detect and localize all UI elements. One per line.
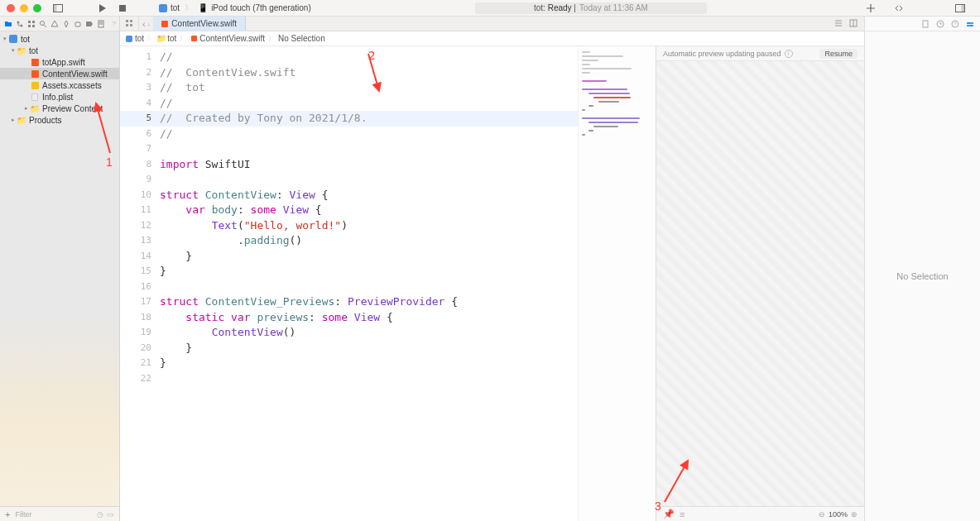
tree-products[interactable]: ▸ 📁 Products	[0, 114, 119, 126]
code-line[interactable]: 15}	[120, 264, 578, 280]
code-line[interactable]: 9	[120, 172, 578, 188]
history-inspector-tab[interactable]	[935, 19, 945, 29]
code-line[interactable]: 16	[120, 280, 578, 295]
zoom-level[interactable]: 100%	[829, 510, 848, 519]
svg-rect-17	[130, 24, 132, 26]
code-line[interactable]: 10struct ContentView: View {	[120, 188, 578, 203]
pin-preview-icon[interactable]: 📌	[663, 509, 675, 519]
related-items-icon[interactable]	[125, 19, 133, 29]
tree-group-tot[interactable]: ▾ 📁 tot	[0, 45, 119, 56]
toggle-navigator-icon[interactable]	[51, 2, 65, 15]
stop-button[interactable]	[116, 2, 129, 15]
tree-file[interactable]: ▸📁Preview Content	[0, 103, 119, 114]
code-line[interactable]: 20 }	[120, 341, 578, 356]
svg-rect-15	[130, 20, 132, 22]
navigator-help-icon[interactable]: ?	[113, 20, 116, 27]
inspector-body: No Selection	[865, 31, 980, 521]
find-navigator-tab[interactable]	[38, 19, 48, 29]
code-line[interactable]: 21}	[120, 356, 578, 371]
tree-file[interactable]: Info.plist	[0, 91, 119, 103]
jump-bar[interactable]: tot 〉 📁 tot 〉 ContentView.swift 〉 No Sel…	[120, 31, 864, 46]
editor-options-icon[interactable]	[834, 19, 843, 29]
code-line[interactable]: 5// Created by Tony on 2021/1/8.	[120, 111, 578, 127]
preview-list-icon[interactable]: ≡	[680, 509, 685, 519]
code-line[interactable]: 6//	[120, 127, 578, 142]
filter-recent-icon[interactable]: ◷	[97, 510, 103, 519]
code-line[interactable]: 19 ContentView()	[120, 325, 578, 341]
canvas-footer: 📌 ≡ ⊖ 100% ⊕	[656, 506, 864, 521]
attributes-inspector-tab[interactable]	[965, 19, 975, 29]
window-toolbar: tot 〉 📱 iPod touch (7th generation) tot:…	[0, 0, 980, 17]
toggle-inspector-icon[interactable]	[954, 2, 967, 15]
code-line[interactable]: 17struct ContentView_Previews: PreviewPr…	[120, 294, 578, 310]
file-inspector-tab[interactable]	[920, 19, 930, 29]
code-line[interactable]: 14 }	[120, 249, 578, 265]
back-button[interactable]: ‹	[142, 19, 146, 29]
breakpoint-navigator-tab[interactable]	[84, 19, 94, 29]
issue-navigator-tab[interactable]	[50, 19, 60, 29]
close-window-button[interactable]	[7, 4, 15, 12]
add-target-icon[interactable]: +	[5, 509, 10, 519]
filter-scm-icon[interactable]: ▭	[107, 510, 114, 519]
zoom-in-icon[interactable]: ⊕	[851, 510, 858, 519]
tree-file[interactable]: Assets.xcassets	[0, 79, 119, 91]
scheme-selector[interactable]: tot 〉 📱 iPod touch (7th generation)	[152, 1, 318, 16]
svg-rect-19	[923, 21, 928, 27]
svg-rect-14	[126, 20, 128, 22]
scheme-app-label: tot	[171, 3, 180, 12]
debug-navigator-tab[interactable]	[73, 19, 83, 29]
svg-rect-1	[54, 4, 57, 12]
code-line[interactable]: 18 static var previews: some View {	[120, 310, 578, 326]
svg-rect-7	[28, 21, 31, 23]
code-line[interactable]: 13 .padding()	[120, 233, 578, 249]
editor-area: ‹ › ContentView.swift tot 〉 📁 tot 〉 Cont…	[120, 17, 864, 521]
zoom-window-button[interactable]	[33, 4, 41, 12]
activity-status: tot: Ready | Today at 11:36 AM	[475, 2, 707, 14]
symbol-navigator-tab[interactable]	[26, 19, 36, 29]
code-line[interactable]: 7	[120, 141, 578, 157]
add-icon[interactable]	[864, 2, 877, 15]
project-navigator-tab[interactable]	[3, 19, 13, 29]
code-line[interactable]: 8import SwiftUI	[120, 157, 578, 173]
navigator-filter-bar: + Filter ◷ ▭	[0, 506, 119, 521]
code-line[interactable]: 11 var body: some View {	[120, 203, 578, 218]
svg-rect-16	[126, 24, 128, 26]
tree-file[interactable]: totApp.swift	[0, 56, 119, 68]
test-navigator-tab[interactable]	[61, 19, 71, 29]
code-line[interactable]: 4//	[120, 96, 578, 112]
project-tree: ▾ tot ▾ 📁 tot totApp.swiftContentView.sw…	[0, 31, 119, 506]
resume-button[interactable]: Resume	[819, 49, 858, 59]
code-line[interactable]: 12 Text("Hello, world!")	[120, 218, 578, 234]
tree-file[interactable]: ContentView.swift	[0, 68, 119, 79]
code-line[interactable]: 2// ContentView.swift	[120, 65, 578, 81]
traffic-lights	[7, 4, 41, 12]
adjust-editor-icon[interactable]	[849, 19, 858, 29]
editor-tab-bar: ‹ › ContentView.swift	[120, 17, 864, 31]
inspector-panel: ? No Selection	[864, 17, 980, 521]
code-editor[interactable]: 1//2// ContentView.swift3// tot4//5// Cr…	[120, 46, 578, 521]
report-navigator-tab[interactable]	[96, 19, 106, 29]
svg-text:?: ?	[954, 22, 957, 26]
code-review-icon[interactable]	[892, 2, 906, 15]
svg-rect-12	[75, 22, 80, 26]
source-control-tab[interactable]	[15, 19, 25, 29]
info-icon[interactable]: i	[785, 50, 793, 58]
svg-point-11	[41, 21, 45, 25]
forward-button[interactable]: ›	[147, 19, 151, 29]
editor-tab-contentview[interactable]: ContentView.swift	[153, 17, 246, 31]
code-line[interactable]: 22	[120, 371, 578, 387]
preview-canvas: Automatic preview updating paused i Resu…	[656, 46, 864, 521]
minimap[interactable]	[578, 46, 656, 521]
minimize-window-button[interactable]	[20, 4, 28, 12]
help-inspector-tab[interactable]: ?	[950, 19, 960, 29]
svg-rect-2	[119, 5, 126, 12]
canvas-body[interactable]	[656, 61, 864, 506]
run-button[interactable]	[96, 2, 109, 15]
scheme-device-label: iPod touch (7th generation)	[211, 3, 311, 12]
code-line[interactable]: 3// tot	[120, 80, 578, 96]
tree-project-root[interactable]: ▾ tot	[0, 33, 119, 45]
navigator-tabs: ?	[0, 17, 119, 31]
zoom-out-icon[interactable]: ⊖	[819, 510, 825, 519]
code-line[interactable]: 1//	[120, 50, 578, 65]
filter-input[interactable]: Filter	[15, 510, 97, 519]
